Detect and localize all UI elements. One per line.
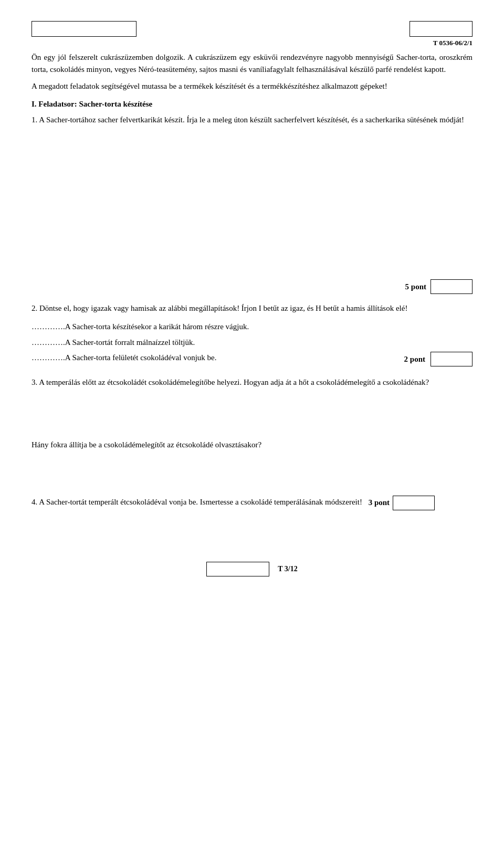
section-i-title: I. Feladatsor: Sacher-torta készítése [32, 100, 472, 109]
q2-dot-line3-row: ………….A Sacher-torta felületét csokoládév… [32, 352, 472, 367]
question-3-text2: Hány fokra állítja be a csokoládémelegít… [32, 439, 472, 451]
q2-dot-line2: ………….A Sacher-tortát forralt málnaízzel … [32, 337, 472, 349]
question-2-number: 2. [32, 304, 37, 312]
points-label-q4: 3 pont [369, 497, 390, 509]
footer: T 3/12 [32, 562, 472, 576]
intro-paragraph1: Ön egy jól felszerelt cukrászüzemben dol… [32, 51, 472, 76]
points-label-q1: 5 pont [405, 282, 426, 291]
question-1-number: 1. [32, 116, 39, 124]
question-1-body2: Írja le a meleg úton készült sacherfelve… [186, 116, 464, 124]
question-3-block: 3. A temperálás előtt az étcsokoládét cs… [32, 376, 472, 486]
question-3: 3. A temperálás előtt az étcsokoládét cs… [32, 376, 472, 389]
intro-paragraph2: A megadott feladatok segítségével mutass… [32, 80, 472, 92]
question-3-body1: A temperálás előtt az étcsokoládét csoko… [39, 378, 429, 386]
intro-text: Ön egy jól felszerelt cukrászüzemben dol… [32, 51, 472, 92]
top-right-answer-box [410, 21, 472, 37]
question-4-block: 4. A Sacher-tortát temperált étcsokoládé… [32, 496, 472, 546]
question-2-text: 2. Döntse el, hogy igazak vagy hamisak a… [32, 302, 472, 314]
top-boxes: T 0536-06/2/1 [32, 21, 472, 47]
question-3b: Hány fokra állítja be a csokoládémelegít… [32, 439, 472, 451]
points-box-q2 [430, 352, 472, 366]
question-2: 2. Döntse el, hogy igazak vagy hamisak a… [32, 302, 472, 314]
doc-id: T 0536-06/2/1 [433, 39, 472, 47]
question-2-body: Döntse el, hogy igazak vagy hamisak az a… [39, 304, 407, 312]
points-label-q2: 2 pont [404, 355, 425, 364]
top-right-area: T 0536-06/2/1 [410, 21, 472, 47]
q2-dot-line3: ………….A Sacher-torta felületét csokoládév… [32, 352, 399, 364]
question-3-text1: 3. A temperálás előtt az étcsokoládét cs… [32, 376, 472, 389]
question-4-number: 4. [32, 498, 37, 506]
footer-page-label: T 3/12 [278, 565, 297, 573]
answer-area-q3 [32, 397, 472, 439]
answer-area-q4 [32, 515, 472, 546]
question-3-number: 3. [32, 378, 37, 386]
points-box-q1 [430, 279, 472, 294]
question-1: 1. A Sacher-tortához sacher felvertkarik… [32, 114, 472, 126]
q2-dot-line1: ………….A Sacher-torta készítésekor a karik… [32, 321, 472, 333]
question-4: 4. A Sacher-tortát temperált étcsokoládé… [32, 496, 472, 510]
top-left-answer-box [32, 21, 136, 37]
question-2-block: 2. Döntse el, hogy igazak vagy hamisak a… [32, 302, 472, 367]
question-1-text1: 1. A Sacher-tortához sacher felvertkarik… [32, 114, 472, 126]
answer-area-q3b [32, 460, 472, 486]
question-1-body1: A Sacher-tortához sacher felvertkarikát … [39, 116, 186, 124]
footer-answer-box [206, 562, 269, 576]
question-4-body: A Sacher-tortát temperált étcsokoládéval… [39, 498, 362, 506]
page: T 0536-06/2/1 Ön egy jól felszerelt cukr… [0, 0, 504, 850]
points-box-q4 [393, 496, 435, 510]
points-row-q1: 5 pont [32, 279, 472, 294]
answer-area-q1 [32, 134, 472, 271]
